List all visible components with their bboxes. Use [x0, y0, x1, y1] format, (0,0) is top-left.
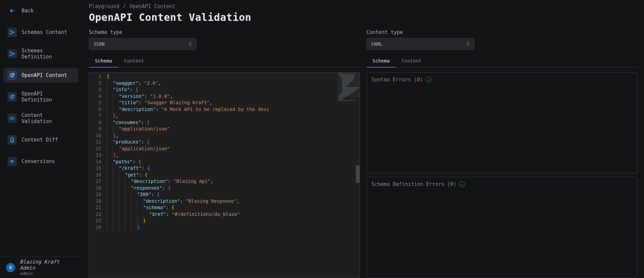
tab-schema[interactable]: Schema [367, 55, 396, 68]
breadcrumb-root[interactable]: Playground [89, 3, 119, 9]
content-type-select[interactable]: YAML [367, 38, 474, 50]
user-role: admin [20, 271, 76, 276]
content-type-value: YAML [371, 41, 382, 47]
arrow-left-icon [7, 6, 17, 15]
code-tag-icon [7, 114, 17, 123]
main: Playground / OpenAPI Content OpenAPI Con… [82, 0, 644, 278]
sidebar-item-label: Content Diff [22, 137, 58, 143]
target-icon [7, 92, 17, 102]
editor-scrollbar[interactable] [356, 165, 360, 183]
svg-line-11 [12, 117, 12, 120]
syntax-errors-count: (0) [414, 77, 423, 83]
user-footer[interactable]: B Blazing Kraft Admin admin [0, 256, 82, 278]
user-name: Blazing Kraft Admin [20, 259, 76, 271]
schema-type-value: JSON [93, 41, 105, 47]
tab-content[interactable]: Content [396, 55, 428, 68]
left-tabs: Schema Content [89, 55, 360, 68]
sidebar-item-label: Schemas Definition [22, 48, 74, 60]
tab-schema[interactable]: Schema [89, 55, 118, 68]
right-tabs: Schema Content [367, 55, 638, 68]
code-editor[interactable]: 123456789101112131415161718192021222324 … [89, 72, 360, 278]
sidebar-item-label: Content Validation [22, 112, 74, 124]
sidebar-item-label: OpenAPI Definition [22, 91, 74, 103]
sidebar-item-label: OpenAPI Content [22, 72, 67, 78]
avatar: B [6, 263, 15, 272]
sidebar-item-label: Conversions [22, 158, 55, 164]
swap-icon [7, 157, 17, 166]
content-pane: Content type YAML Schema Content Syntax … [367, 29, 638, 278]
schema-def-errors-count: (0) [447, 181, 456, 187]
target-icon [7, 71, 17, 80]
sidebar-item-conversions[interactable]: Conversions [3, 154, 78, 169]
sidebar-item-openapi-content[interactable]: OpenAPI Content [3, 68, 78, 83]
chevron-updown-icon [466, 41, 470, 47]
back-button[interactable]: Back [3, 3, 78, 18]
schema-type-label: Schema type [89, 29, 360, 35]
schema-def-errors-panel: Schema Definition Errors (0) [367, 177, 638, 278]
graph-icon [7, 28, 17, 37]
syntax-errors-label: Syntax Errors [372, 77, 411, 83]
sidebar-item-content-diff[interactable]: Content Diff [3, 132, 78, 147]
check-circle-icon [459, 181, 465, 187]
sidebar-item-content-validation[interactable]: Content Validation [3, 111, 78, 126]
breadcrumb-page: OpenAPI Content [130, 3, 175, 9]
tab-content[interactable]: Content [118, 55, 150, 68]
schema-def-errors-label: Schema Definition Errors [372, 181, 445, 187]
check-circle-icon [426, 77, 432, 83]
sidebar: Back Schemas ContentSchemas DefinitionOp… [0, 0, 82, 278]
sidebar-item-label: Schemas Content [22, 29, 67, 35]
schema-type-select[interactable]: JSON [89, 38, 197, 50]
editor-gutter: 123456789101112131415161718192021222324 [89, 73, 105, 278]
chevron-updown-icon [188, 41, 192, 47]
page-title: OpenAPI Content Validation [89, 11, 637, 23]
back-label: Back [22, 8, 34, 14]
sidebar-item-openapi-definition[interactable]: OpenAPI Definition [3, 89, 78, 104]
graph-icon [7, 49, 17, 58]
syntax-errors-panel: Syntax Errors (0) [367, 72, 638, 173]
schema-pane: Schema type JSON Schema Content 12345678… [89, 29, 360, 278]
sidebar-item-schemas-definition[interactable]: Schemas Definition [3, 46, 78, 61]
breadcrumb: Playground / OpenAPI Content [89, 3, 637, 9]
sidebar-item-schemas-content[interactable]: Schemas Content [3, 25, 78, 40]
doc-icon [7, 135, 17, 145]
content-type-label: Content type [367, 29, 638, 35]
editor-code[interactable]: {"swagger": "2.0","info": {"version": "1… [105, 73, 360, 278]
breadcrumb-sep: / [123, 3, 126, 9]
